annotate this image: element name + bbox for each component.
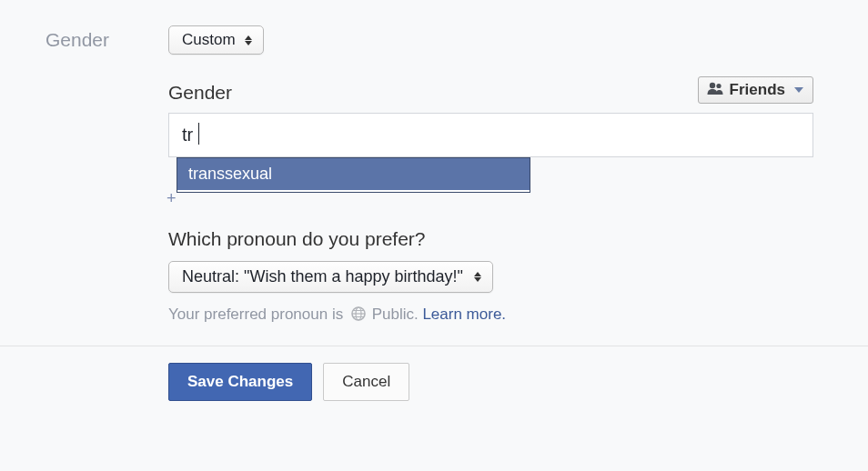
gender-top-select-value: Custom	[182, 31, 236, 49]
text-cursor	[198, 123, 199, 145]
gender-input[interactable]	[168, 113, 813, 157]
updown-arrows-icon	[245, 35, 252, 45]
autocomplete-dropdown: transsexual	[177, 157, 530, 193]
privacy-label: Friends	[730, 81, 785, 99]
updown-arrows-icon	[474, 272, 481, 282]
pronoun-select-value: Neutral: "Wish them a happy birthday!"	[182, 267, 463, 286]
pronoun-note-prefix: Your preferred pronoun is	[168, 306, 343, 323]
pronoun-note: Your preferred pronoun is Public. Learn …	[168, 306, 841, 326]
dropdown-triangle-icon	[794, 87, 803, 93]
save-button[interactable]: Save Changes	[168, 363, 312, 401]
learn-more-link[interactable]: Learn more.	[422, 306, 506, 323]
privacy-selector-button[interactable]: Friends	[698, 76, 813, 104]
cancel-button[interactable]: Cancel	[323, 363, 409, 401]
pronoun-select[interactable]: Neutral: "Wish them a happy birthday!"	[168, 261, 493, 293]
autocomplete-option[interactable]: transsexual	[177, 158, 530, 192]
gender-top-select[interactable]: Custom	[168, 25, 264, 55]
plus-icon: +	[167, 189, 177, 208]
svg-point-1	[716, 84, 721, 88]
gender-field-label: Gender	[168, 82, 232, 104]
friends-icon	[706, 81, 724, 99]
section-label: Gender	[45, 25, 168, 326]
pronoun-note-public: Public.	[372, 306, 419, 323]
pronoun-question: Which pronoun do you prefer?	[168, 228, 841, 250]
globe-icon	[351, 306, 366, 326]
svg-point-0	[709, 83, 714, 88]
